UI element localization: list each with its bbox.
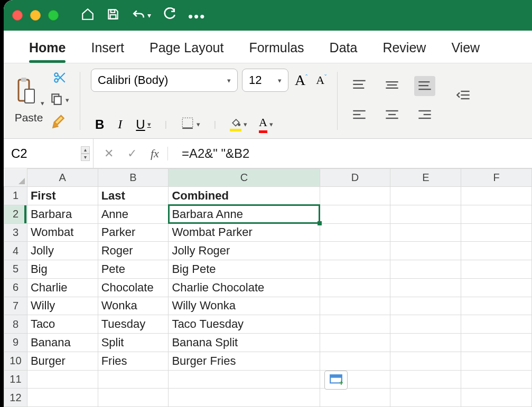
row-header[interactable]: 5 xyxy=(4,260,27,279)
row-header[interactable]: 3 xyxy=(4,223,27,242)
row-header[interactable]: 11 xyxy=(4,370,27,389)
redo-icon[interactable] xyxy=(163,7,176,23)
tab-home[interactable]: Home xyxy=(16,38,78,63)
cell[interactable] xyxy=(390,242,461,260)
italic-button[interactable]: I xyxy=(118,117,122,131)
cell[interactable] xyxy=(98,389,169,407)
cell[interactable] xyxy=(461,297,532,315)
cell[interactable] xyxy=(320,205,390,223)
select-all-cell[interactable] xyxy=(4,169,27,187)
cell[interactable] xyxy=(320,242,390,260)
more-icon[interactable]: ••• xyxy=(188,8,202,22)
cell[interactable]: Charlie xyxy=(27,278,98,297)
copy-button[interactable]: ▾ xyxy=(50,92,69,108)
tab-formulas[interactable]: Formulas xyxy=(236,38,316,63)
cell[interactable]: Burger Fries xyxy=(169,352,320,370)
cell[interactable]: Last xyxy=(98,187,169,205)
cell[interactable] xyxy=(461,334,532,352)
row-header[interactable]: 4 xyxy=(4,242,27,260)
cell[interactable]: Jolly xyxy=(27,242,98,260)
cell[interactable] xyxy=(461,187,532,205)
home-icon[interactable] xyxy=(81,7,95,23)
cell[interactable]: Willy xyxy=(27,297,98,315)
cell[interactable] xyxy=(320,187,390,205)
row-header[interactable]: 7 xyxy=(4,297,27,315)
paste-button-label[interactable]: Paste xyxy=(15,111,43,124)
column-header-A[interactable]: A xyxy=(27,169,98,187)
cell[interactable] xyxy=(461,370,532,389)
undo-icon[interactable]: ▾ xyxy=(132,8,151,22)
cell[interactable]: Split xyxy=(98,334,169,352)
row-header[interactable]: 9 xyxy=(4,334,27,352)
minimize-window-button[interactable] xyxy=(30,10,41,21)
row-header[interactable]: 1 xyxy=(4,187,27,205)
tab-data[interactable]: Data xyxy=(317,38,370,63)
column-header-D[interactable]: D xyxy=(320,169,390,187)
row-header[interactable]: 12 xyxy=(4,389,27,407)
cell[interactable]: Anne xyxy=(98,205,169,223)
cell[interactable] xyxy=(320,315,390,334)
bold-button[interactable]: B xyxy=(95,117,104,132)
chevron-down-icon[interactable]: ▾ xyxy=(66,96,69,104)
cell[interactable]: Big xyxy=(27,260,98,279)
decrease-font-button[interactable]: Aˇ xyxy=(316,73,326,87)
cell[interactable] xyxy=(390,334,461,352)
cell[interactable]: Banana xyxy=(27,334,98,352)
cell[interactable] xyxy=(320,278,390,297)
cell[interactable] xyxy=(390,315,461,334)
cell[interactable]: Pete xyxy=(98,260,169,279)
cell[interactable]: Wombat Parker xyxy=(169,223,320,242)
chevron-down-icon[interactable]: ▾ xyxy=(147,11,151,20)
underline-button[interactable]: U▾ xyxy=(136,117,151,132)
cell[interactable] xyxy=(390,187,461,205)
cell[interactable] xyxy=(27,370,98,389)
cell[interactable]: Chocolate xyxy=(98,278,169,297)
cell[interactable]: Big Pete xyxy=(169,260,320,279)
tab-view[interactable]: View xyxy=(438,38,492,63)
cell[interactable] xyxy=(461,260,532,279)
cell[interactable] xyxy=(320,297,390,315)
decrease-indent-button[interactable] xyxy=(456,89,471,103)
cell[interactable]: Burger xyxy=(27,352,98,370)
row-header[interactable]: 10 xyxy=(4,352,27,370)
name-box-stepper[interactable]: ▴▾ xyxy=(81,146,90,161)
cell[interactable]: Roger xyxy=(98,242,169,260)
cell[interactable] xyxy=(461,389,532,407)
cell[interactable]: First xyxy=(27,187,98,205)
clipboard-icon[interactable] xyxy=(13,78,39,107)
cell[interactable]: Barbara xyxy=(27,205,98,223)
cell[interactable] xyxy=(320,223,390,242)
column-header-C[interactable]: C xyxy=(169,169,320,187)
cell[interactable] xyxy=(169,370,320,389)
spreadsheet-grid[interactable]: ABCDEF1FirstLastCombined2BarbaraAnneBarb… xyxy=(4,168,532,407)
column-header-E[interactable]: E xyxy=(390,169,461,187)
cell[interactable] xyxy=(320,352,390,370)
cell[interactable] xyxy=(98,370,169,389)
cell[interactable] xyxy=(461,223,532,242)
fill-color-button[interactable]: ▾ xyxy=(230,117,247,131)
cell[interactable]: Jolly Roger xyxy=(169,242,320,260)
borders-button[interactable]: ▾ xyxy=(181,116,200,133)
cell[interactable] xyxy=(320,389,390,407)
tab-review[interactable]: Review xyxy=(370,38,438,63)
format-painter-button[interactable] xyxy=(52,113,68,131)
cell[interactable] xyxy=(27,389,98,407)
align-bottom-button[interactable] xyxy=(414,76,435,96)
cell[interactable] xyxy=(461,278,532,297)
align-right-button[interactable] xyxy=(417,109,432,122)
cell[interactable]: Banana Split xyxy=(169,334,320,352)
cell[interactable]: Barbara Anne xyxy=(169,205,320,223)
cell[interactable]: Charlie Chocolate xyxy=(169,278,320,297)
row-header[interactable]: 6 xyxy=(4,278,27,297)
cell[interactable]: Fries xyxy=(98,352,169,370)
cell[interactable] xyxy=(390,352,461,370)
formula-input[interactable]: =A2&" "&B2 xyxy=(182,139,249,168)
cell[interactable] xyxy=(390,297,461,315)
cell[interactable] xyxy=(461,242,532,260)
auto-fill-options-button[interactable]: + xyxy=(324,371,348,390)
chevron-down-icon[interactable]: ▾ xyxy=(41,99,44,107)
cell[interactable] xyxy=(169,389,320,407)
tab-insert[interactable]: Insert xyxy=(78,38,137,63)
cell[interactable]: Taco xyxy=(27,315,98,334)
cell[interactable] xyxy=(320,334,390,352)
